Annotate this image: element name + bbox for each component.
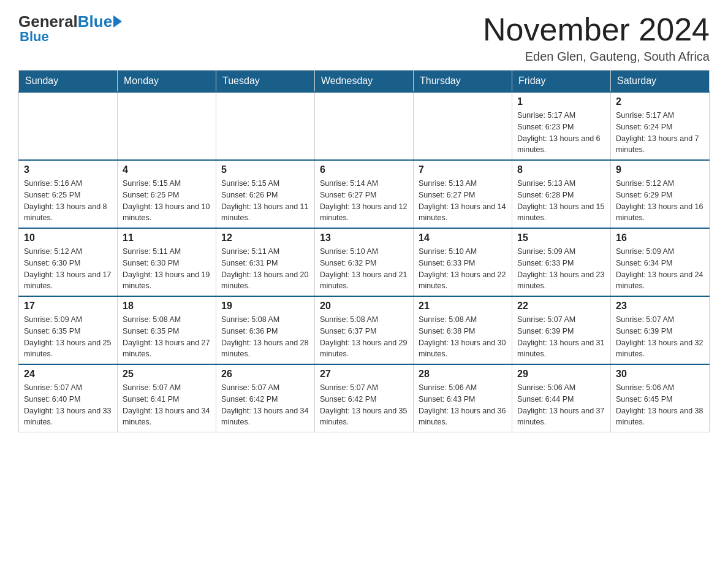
calendar-header-friday: Friday [512,71,611,93]
calendar-header-wednesday: Wednesday [315,71,414,93]
title-area: November 2024 Eden Glen, Gauteng, South … [483,12,710,64]
week-row-3: 10Sunrise: 5:12 AMSunset: 6:30 PMDayligh… [19,228,710,296]
day-cell: 9Sunrise: 5:12 AMSunset: 6:29 PMDaylight… [611,160,710,228]
day-cell: 14Sunrise: 5:10 AMSunset: 6:33 PMDayligh… [414,228,512,296]
day-info: Sunrise: 5:07 AMSunset: 6:42 PMDaylight:… [320,382,408,428]
day-number: 25 [123,369,211,380]
day-number: 2 [616,96,704,107]
day-number: 30 [616,369,704,380]
day-info: Sunrise: 5:06 AMSunset: 6:45 PMDaylight:… [616,382,704,428]
day-cell: 29Sunrise: 5:06 AMSunset: 6:44 PMDayligh… [512,364,611,432]
day-cell: 22Sunrise: 5:07 AMSunset: 6:39 PMDayligh… [512,296,611,364]
day-number: 26 [221,369,309,380]
header: General Blue Blue November 2024 Eden Gle… [18,12,710,64]
day-number: 27 [320,369,408,380]
day-info: Sunrise: 5:07 AMSunset: 6:39 PMDaylight:… [616,314,704,360]
day-number: 19 [221,301,309,312]
day-info: Sunrise: 5:09 AMSunset: 6:34 PMDaylight:… [616,246,704,292]
day-number: 14 [419,232,507,243]
logo-arrow-icon [113,15,122,28]
day-cell: 3Sunrise: 5:16 AMSunset: 6:25 PMDaylight… [19,160,118,228]
day-cell [19,92,118,160]
day-info: Sunrise: 5:16 AMSunset: 6:25 PMDaylight:… [24,178,112,224]
day-cell [315,92,414,160]
day-cell [118,92,216,160]
day-number: 29 [517,369,605,380]
sub-title: Eden Glen, Gauteng, South Africa [483,50,710,64]
calendar-header-sunday: Sunday [19,71,118,93]
day-number: 12 [221,232,309,243]
day-info: Sunrise: 5:12 AMSunset: 6:30 PMDaylight:… [24,246,112,292]
day-info: Sunrise: 5:12 AMSunset: 6:29 PMDaylight:… [616,178,704,224]
day-cell: 23Sunrise: 5:07 AMSunset: 6:39 PMDayligh… [611,296,710,364]
day-cell: 5Sunrise: 5:15 AMSunset: 6:26 PMDaylight… [216,160,315,228]
day-cell: 8Sunrise: 5:13 AMSunset: 6:28 PMDaylight… [512,160,611,228]
day-info: Sunrise: 5:09 AMSunset: 6:33 PMDaylight:… [517,246,605,292]
day-info: Sunrise: 5:06 AMSunset: 6:44 PMDaylight:… [517,382,605,428]
week-row-5: 24Sunrise: 5:07 AMSunset: 6:40 PMDayligh… [19,364,710,432]
main-title: November 2024 [483,12,710,47]
logo-sub: Blue [20,29,49,45]
day-info: Sunrise: 5:06 AMSunset: 6:43 PMDaylight:… [419,382,507,428]
day-info: Sunrise: 5:08 AMSunset: 6:38 PMDaylight:… [419,314,507,360]
day-info: Sunrise: 5:13 AMSunset: 6:28 PMDaylight:… [517,178,605,224]
day-info: Sunrise: 5:10 AMSunset: 6:33 PMDaylight:… [419,246,507,292]
day-cell: 28Sunrise: 5:06 AMSunset: 6:43 PMDayligh… [414,364,512,432]
calendar-header-saturday: Saturday [611,71,710,93]
day-number: 9 [616,164,704,175]
calendar-header-row: SundayMondayTuesdayWednesdayThursdayFrid… [19,71,710,93]
day-number: 21 [419,301,507,312]
day-number: 20 [320,301,408,312]
day-number: 6 [320,164,408,175]
calendar-header-monday: Monday [118,71,216,93]
day-cell: 6Sunrise: 5:14 AMSunset: 6:27 PMDaylight… [315,160,414,228]
day-cell: 19Sunrise: 5:08 AMSunset: 6:36 PMDayligh… [216,296,315,364]
day-number: 22 [517,301,605,312]
day-number: 7 [419,164,507,175]
day-cell: 20Sunrise: 5:08 AMSunset: 6:37 PMDayligh… [315,296,414,364]
day-number: 3 [24,164,112,175]
day-cell: 10Sunrise: 5:12 AMSunset: 6:30 PMDayligh… [19,228,118,296]
day-cell: 12Sunrise: 5:11 AMSunset: 6:31 PMDayligh… [216,228,315,296]
day-cell: 24Sunrise: 5:07 AMSunset: 6:40 PMDayligh… [19,364,118,432]
day-cell: 18Sunrise: 5:08 AMSunset: 6:35 PMDayligh… [118,296,216,364]
day-cell: 26Sunrise: 5:07 AMSunset: 6:42 PMDayligh… [216,364,315,432]
day-number: 23 [616,301,704,312]
day-cell: 11Sunrise: 5:11 AMSunset: 6:30 PMDayligh… [118,228,216,296]
day-info: Sunrise: 5:13 AMSunset: 6:27 PMDaylight:… [419,178,507,224]
logo: General Blue Blue [18,12,122,45]
day-info: Sunrise: 5:17 AMSunset: 6:24 PMDaylight:… [616,110,704,156]
day-cell: 7Sunrise: 5:13 AMSunset: 6:27 PMDaylight… [414,160,512,228]
day-cell: 25Sunrise: 5:07 AMSunset: 6:41 PMDayligh… [118,364,216,432]
day-cell: 27Sunrise: 5:07 AMSunset: 6:42 PMDayligh… [315,364,414,432]
day-number: 8 [517,164,605,175]
calendar-header-thursday: Thursday [414,71,512,93]
day-number: 16 [616,232,704,243]
day-info: Sunrise: 5:14 AMSunset: 6:27 PMDaylight:… [320,178,408,224]
day-cell: 21Sunrise: 5:08 AMSunset: 6:38 PMDayligh… [414,296,512,364]
day-info: Sunrise: 5:11 AMSunset: 6:30 PMDaylight:… [123,246,211,292]
week-row-4: 17Sunrise: 5:09 AMSunset: 6:35 PMDayligh… [19,296,710,364]
day-info: Sunrise: 5:09 AMSunset: 6:35 PMDaylight:… [24,314,112,360]
day-number: 1 [517,96,605,107]
logo-blue-text: Blue [78,12,112,31]
day-info: Sunrise: 5:07 AMSunset: 6:39 PMDaylight:… [517,314,605,360]
day-cell [216,92,315,160]
day-info: Sunrise: 5:15 AMSunset: 6:26 PMDaylight:… [221,178,309,224]
day-info: Sunrise: 5:08 AMSunset: 6:35 PMDaylight:… [123,314,211,360]
day-cell: 17Sunrise: 5:09 AMSunset: 6:35 PMDayligh… [19,296,118,364]
day-cell: 16Sunrise: 5:09 AMSunset: 6:34 PMDayligh… [611,228,710,296]
week-row-2: 3Sunrise: 5:16 AMSunset: 6:25 PMDaylight… [19,160,710,228]
day-info: Sunrise: 5:07 AMSunset: 6:42 PMDaylight:… [221,382,309,428]
day-cell: 2Sunrise: 5:17 AMSunset: 6:24 PMDaylight… [611,92,710,160]
day-cell: 15Sunrise: 5:09 AMSunset: 6:33 PMDayligh… [512,228,611,296]
day-number: 11 [123,232,211,243]
day-number: 15 [517,232,605,243]
day-number: 28 [419,369,507,380]
day-number: 13 [320,232,408,243]
day-cell: 13Sunrise: 5:10 AMSunset: 6:32 PMDayligh… [315,228,414,296]
day-info: Sunrise: 5:10 AMSunset: 6:32 PMDaylight:… [320,246,408,292]
day-number: 5 [221,164,309,175]
day-info: Sunrise: 5:11 AMSunset: 6:31 PMDaylight:… [221,246,309,292]
day-cell [414,92,512,160]
